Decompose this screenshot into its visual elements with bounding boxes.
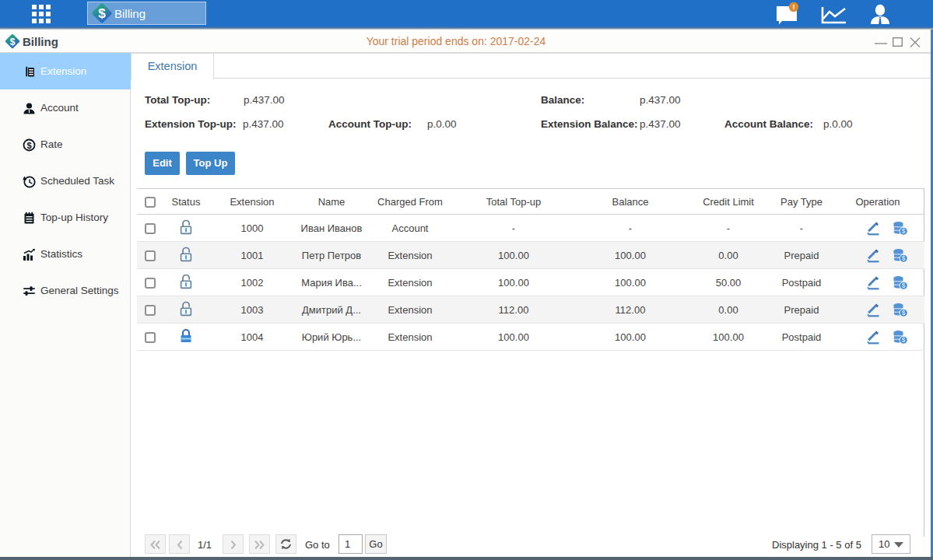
svg-text:$: $ [902, 227, 906, 235]
svg-text:$: $ [902, 254, 906, 262]
svg-text:$: $ [26, 141, 31, 150]
svg-text:$: $ [902, 309, 906, 317]
svg-text:$: $ [902, 336, 906, 344]
svg-text:$: $ [98, 6, 106, 21]
svg-text:$: $ [902, 282, 906, 289]
svg-text:!: ! [793, 3, 795, 11]
